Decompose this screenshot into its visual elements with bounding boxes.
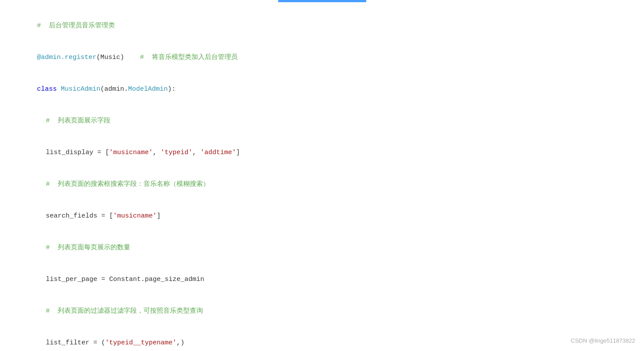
string-token: 'musicname' xyxy=(109,149,153,156)
comment-token: # 将音乐模型类加入后台管理员 xyxy=(140,54,238,61)
classname-token: MusicAdmin xyxy=(61,85,100,93)
code-line: list_per_page = Constant.page_size_admin xyxy=(0,264,644,296)
code-line: # 列表页面展示字段 xyxy=(0,105,644,137)
decorator-token: @admin.register xyxy=(37,54,96,61)
code-line: class MusicAdmin(admin.ModelAdmin): xyxy=(0,74,644,105)
keyword-token: class xyxy=(37,85,57,93)
string-token: 'typeid' xyxy=(161,149,192,156)
code-line: list_display = ['musicname', 'typeid', '… xyxy=(0,137,644,169)
code-line: # 后台管理员音乐管理类 xyxy=(0,10,644,42)
code-line: # 列表页面的搜索框搜索字段：音乐名称（模糊搜索） xyxy=(0,169,644,200)
comment-token: # 列表页面展示字段 xyxy=(46,117,110,125)
code-line: @admin.register(Music) # 将音乐模型类加入后台管理员 xyxy=(0,42,644,74)
string-token: 'addtime' xyxy=(200,149,236,156)
comment-token: # 列表页面的搜索框搜索字段：音乐名称（模糊搜索） xyxy=(46,181,210,188)
code-line: search_fields = ['musicname'] xyxy=(0,200,644,232)
code-block: # 后台管理员音乐管理类 @admin.register(Music) # 将音… xyxy=(0,6,644,351)
comment-token: # 列表页面的过滤器过滤字段，可按照音乐类型查询 xyxy=(46,307,203,315)
comment-token: # 列表页面每页展示的数量 xyxy=(46,244,130,251)
string-token: 'typeid__typename' xyxy=(105,339,177,347)
code-line: # 列表页面每页展示的数量 xyxy=(0,232,644,264)
string-token: 'musicname' xyxy=(113,212,157,220)
watermark: CSDN @linge511873822 xyxy=(571,336,635,346)
comment-token: # 后台管理员音乐管理类 xyxy=(37,22,115,30)
code-line: # 列表页面的过滤器过滤字段，可按照音乐类型查询 xyxy=(0,296,644,327)
classname-token: ModelAdmin xyxy=(128,85,168,93)
code-line: list_filter = ('typeid__typename',) xyxy=(0,327,644,351)
top-progress-bar xyxy=(278,0,366,2)
